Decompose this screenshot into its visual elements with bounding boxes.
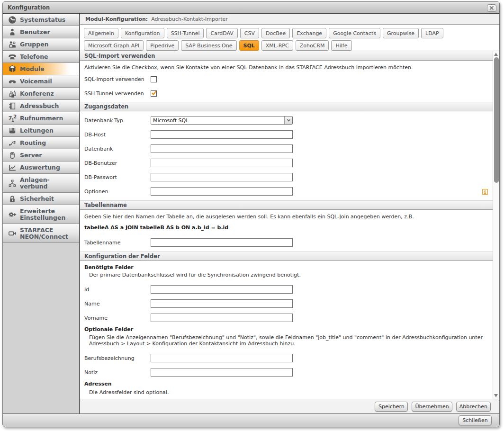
sidebar-item-benutzer[interactable]: Benutzer: [3, 26, 79, 38]
sidebar-item-auswertung[interactable]: Auswertung: [3, 162, 79, 174]
schliessen-button[interactable]: Schließen: [459, 415, 492, 425]
tab-sql[interactable]: SQL: [239, 40, 259, 51]
content-scroll-area: SQL-Import verwenden Aktivieren Sie die …: [80, 51, 493, 399]
tabellenname-form-row: Tabellenname: [80, 238, 493, 247]
section-header-zugangsdaten: Zugangsdaten: [80, 102, 493, 111]
tab-konfiguration[interactable]: Konfiguration: [121, 28, 164, 38]
tab-docbee[interactable]: DocBee: [261, 28, 290, 38]
field-label: SQL-Import verwenden: [84, 76, 151, 82]
sidebar-item-erweiterte-einstellungen[interactable]: Erweiterte Einstellungen: [3, 205, 79, 224]
vorname-input[interactable]: [151, 314, 293, 322]
addresses-heading: Adressen: [84, 381, 493, 387]
scroll-down-arrow-icon[interactable]: [494, 394, 498, 397]
berufsbezeichnung-input[interactable]: [151, 354, 293, 362]
section-title: Zugangsdaten: [84, 103, 128, 110]
tab-google-contacts[interactable]: Google Contacts: [329, 28, 380, 38]
form-row-berufsbezeichnung: Berufsbezeichnung: [84, 354, 493, 362]
sidebar-item-adressbuch[interactable]: Adressbuch: [3, 100, 79, 112]
sidebar-item-label: Konferenz: [20, 90, 54, 97]
sidebar-item-starface-neon-connect[interactable]: STARFACE NEON/Connect: [3, 224, 79, 243]
sidebar-item-label: Telefone: [20, 54, 48, 60]
sidebar-item-routing[interactable]: Routing: [3, 137, 79, 149]
notiz-input[interactable]: [151, 368, 293, 377]
tab-ssh-tunnel[interactable]: SSH-Tunnel: [167, 28, 204, 38]
datenbank-typ-select[interactable]: Microsoft SQL: [151, 116, 293, 125]
id-input[interactable]: [151, 285, 293, 294]
select-dropdown-button[interactable]: [284, 117, 292, 124]
field-label: Berufsbezeichnung: [84, 354, 151, 361]
form-row-id: Id: [84, 285, 493, 294]
abbrechen-button[interactable]: Abbrechen: [456, 402, 491, 412]
sidebar-item-label: Voicemail: [20, 78, 52, 85]
field-label: Id: [84, 285, 151, 293]
addressbook-icon: [8, 102, 17, 110]
optional-fields-note: Fügen Sie die Anzeigennamen "Berufsbezei…: [89, 334, 493, 347]
tab-zohocrm[interactable]: ZohoCRM: [296, 40, 329, 51]
field-label: Name: [84, 299, 151, 307]
scrollbar[interactable]: [493, 51, 499, 399]
ssh-tunnel-checkbox[interactable]: [151, 90, 157, 97]
info-icon[interactable]: [482, 188, 488, 193]
tabellenname-input[interactable]: [151, 238, 293, 247]
sidebar-item-telefone[interactable]: Telefone: [3, 51, 79, 63]
required-fields-note: Der primäre Datenbankschlüssel wird für …: [89, 272, 493, 278]
tab-exchange[interactable]: Exchange: [292, 28, 326, 38]
action-button-bar: SpeichernÜbernehmenAbbrechen: [80, 399, 499, 413]
optionen-input[interactable]: [151, 187, 293, 196]
datenbank-input[interactable]: [151, 144, 293, 153]
tab-pipedrive[interactable]: Pipedrive: [146, 40, 179, 51]
sidebar-item-leitungen[interactable]: Leitungen: [3, 125, 79, 137]
phone-icon: [8, 53, 17, 61]
bernehmen-button[interactable]: Übernehmen: [412, 402, 452, 412]
form-row-name: Name: [84, 299, 493, 308]
sidebar-item-rufnummern[interactable]: 712Rufnummern: [3, 112, 79, 125]
name-input[interactable]: [151, 299, 293, 308]
tab-csv[interactable]: CSV: [240, 28, 259, 38]
chevron-down-icon: [287, 118, 291, 122]
addresses-note: Die Adressfelder sind optional.: [89, 389, 493, 395]
sidebar-item-sicherheit[interactable]: Sicherheit: [3, 193, 79, 205]
phonenumbers-icon: 712: [8, 114, 17, 123]
sql-import-intro: Aktivieren Sie die Checkbox, wenn Sie Ko…: [84, 64, 493, 71]
db-passwort-input[interactable]: [151, 173, 293, 181]
tab-xml-rpc[interactable]: XML-RPC: [261, 40, 293, 51]
form-row-datenbank: Datenbank: [84, 144, 493, 153]
interconnect-icon: [8, 179, 17, 188]
form-row-sql-import: SQL-Import verwenden: [84, 76, 493, 82]
tab-sap-business-one[interactable]: SAP Business One: [181, 40, 236, 51]
sidebar-item-module[interactable]: Module: [3, 63, 79, 75]
sql-import-checkbox[interactable]: [151, 76, 157, 82]
sidebar-item-systemstatus[interactable]: Systemstatus: [3, 14, 79, 26]
section-title: SQL-Import verwenden: [84, 53, 155, 59]
user-icon: [8, 28, 17, 36]
required-fields-heading: Benötigte Felder: [84, 264, 493, 270]
scrollbar-thumb[interactable]: [494, 57, 499, 183]
optional-note-line2: Adressbuch > Layout > Konfiguration der …: [89, 341, 493, 347]
sidebar-item-anlagen-verbund[interactable]: Anlagen- verbund: [3, 174, 79, 193]
sidebar-item-label: Gruppen: [20, 41, 49, 48]
titlebar[interactable]: Konfiguration: [3, 2, 499, 14]
sidebar-item-gruppen[interactable]: Gruppen: [3, 38, 79, 51]
tab-carddav[interactable]: CardDAV: [206, 28, 237, 38]
sidebar-item-label: Auswertung: [20, 164, 60, 171]
sidebar-item-label: Rufnummern: [20, 115, 63, 122]
tab-groupwise[interactable]: Groupwise: [383, 28, 419, 38]
field-label: Vorname: [84, 314, 151, 321]
tab-hilfe[interactable]: Hilfe: [331, 40, 351, 51]
field-label: Tabellenname: [84, 238, 151, 246]
tab-ldap[interactable]: LDAP: [421, 28, 443, 38]
close-button[interactable]: [487, 4, 496, 12]
field-label: SSH-Tunnel verwenden: [84, 90, 151, 97]
speichern-button[interactable]: Speichern: [375, 402, 408, 412]
field-label: DB-Host: [84, 130, 151, 138]
scroll-up-arrow-icon[interactable]: [494, 53, 498, 56]
sidebar-item-konferenz[interactable]: Konferenz: [3, 88, 79, 100]
tab-allgemein[interactable]: Allgemein: [84, 28, 118, 38]
db-benutzer-input[interactable]: [151, 159, 293, 167]
tab-microsoft-graph-api[interactable]: Microsoft Graph API: [84, 40, 144, 51]
lines-icon: [8, 126, 17, 135]
db-host-input[interactable]: [151, 130, 293, 139]
sidebar-item-server[interactable]: Server: [3, 149, 79, 162]
sidebar-item-voicemail[interactable]: Voicemail: [3, 75, 79, 88]
sidebar-item-label: Benutzer: [20, 29, 50, 36]
